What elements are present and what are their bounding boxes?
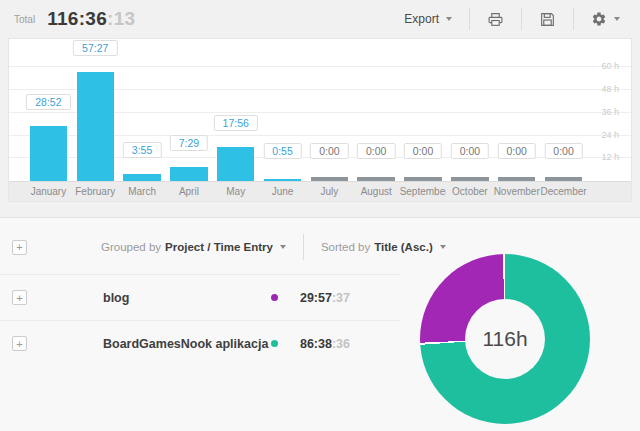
month-label: February <box>72 182 119 201</box>
donut-hole: 116h <box>465 299 545 379</box>
project-title: blog <box>103 291 129 305</box>
bar-value-label: 0:00 <box>310 143 348 159</box>
project-row-blog[interactable]: + blog 29:57:37 <box>0 274 400 320</box>
sorted-by-value: Title (Asc.) <box>374 241 433 253</box>
bar-value-label: 0:00 <box>497 143 535 159</box>
bar-slot: 57:27 <box>72 39 119 181</box>
caret-down-icon <box>280 245 286 249</box>
bar-october[interactable] <box>451 177 488 181</box>
bar-november[interactable] <box>498 177 535 181</box>
project-time: 86:38:36 <box>292 337 350 351</box>
bar-value-label: 0:00 <box>357 143 395 159</box>
bar-value-label: 0:00 <box>451 143 489 159</box>
grouped-by-value: Project / Time Entry <box>165 241 273 253</box>
printer-icon <box>487 11 504 28</box>
bar-value-label: 28:52 <box>26 94 70 110</box>
month-label: August <box>353 182 400 201</box>
month-label: March <box>119 182 166 201</box>
caret-down-icon <box>446 17 452 21</box>
month-axis: JanuaryFebruaryMarchAprilMayJuneJulyAugu… <box>9 181 631 201</box>
y-axis-tick: 12 h <box>601 152 619 162</box>
bar-slot: 7:29 <box>165 39 212 181</box>
month-label: November <box>493 182 540 201</box>
bar-september[interactable] <box>404 177 441 181</box>
bar-february[interactable] <box>77 72 114 181</box>
caret-down-icon <box>614 17 620 21</box>
floppy-disk-icon <box>539 11 556 28</box>
project-color-dot <box>271 294 278 301</box>
controls-bar: + Grouped by Project / Time Entry Sorted… <box>0 218 640 260</box>
print-button[interactable] <box>481 7 510 32</box>
settings-button[interactable] <box>585 7 626 31</box>
project-title: BoardGamesNook aplikacja <box>103 337 268 351</box>
y-axis-tick: 48 h <box>601 84 619 94</box>
bar-march[interactable] <box>123 174 160 181</box>
export-button[interactable]: Export <box>398 8 458 30</box>
bar-value-label: 0:00 <box>544 143 582 159</box>
grouped-by-label: Grouped by <box>101 241 161 253</box>
month-label: April <box>165 182 212 201</box>
bar-august[interactable] <box>357 177 394 181</box>
total-time: 116:36:13 <box>47 8 135 30</box>
month-label: June <box>259 182 306 201</box>
bar-chart-plot: 12 h24 h36 h48 h60 h28:5257:273:557:2917… <box>9 39 631 181</box>
caret-down-icon <box>440 245 446 249</box>
bar-december[interactable] <box>545 177 582 181</box>
divider <box>573 8 574 30</box>
bar-slot: 0:55 <box>259 39 306 181</box>
expand-row-button[interactable]: + <box>12 290 27 305</box>
toolbar-actions: Export <box>398 7 626 32</box>
bar-value-label: 7:29 <box>170 135 208 151</box>
month-label: January <box>25 182 72 201</box>
bar-chart-panel: 12 h24 h36 h48 h60 h28:5257:273:557:2917… <box>8 38 632 202</box>
divider <box>469 8 470 30</box>
donut-chart[interactable]: 116h <box>420 254 590 424</box>
sorted-by-label: Sorted by <box>321 241 370 253</box>
toolbar: Total 116:36:13 Export <box>0 0 640 38</box>
project-time: 29:57:37 <box>292 291 350 305</box>
bar-slot: 0:00 <box>400 39 447 181</box>
month-label: July <box>306 182 353 201</box>
export-button-label: Export <box>404 12 439 26</box>
y-axis-tick: 60 h <box>601 61 619 71</box>
bar-january[interactable] <box>30 126 67 181</box>
project-row-boardgamesnook[interactable]: + BoardGamesNook aplikacja 86:38:36 <box>0 320 400 366</box>
divider <box>521 8 522 30</box>
expand-row-button[interactable]: + <box>12 336 27 351</box>
divider <box>303 234 304 260</box>
donut-center-label: 116h <box>482 327 527 351</box>
sorted-by-dropdown[interactable]: Sorted by Title (Asc.) <box>321 241 446 253</box>
bar-value-label: 17:56 <box>214 115 258 131</box>
save-button[interactable] <box>533 7 562 32</box>
bar-slot: 0:00 <box>353 39 400 181</box>
bar-may[interactable] <box>217 147 254 181</box>
project-color-dot <box>271 340 278 347</box>
bar-june[interactable] <box>264 179 301 181</box>
total-time-seconds: :13 <box>107 8 135 29</box>
grouped-by-dropdown[interactable]: Grouped by Project / Time Entry <box>101 241 286 253</box>
bar-value-label: 0:00 <box>404 143 442 159</box>
bar-slot: 28:52 <box>25 39 72 181</box>
expand-all-button[interactable]: + <box>12 240 27 255</box>
bar-value-label: 0:55 <box>263 143 301 159</box>
project-list: + blog 29:57:37 + BoardGamesNook aplikac… <box>0 274 400 366</box>
bar-july[interactable] <box>311 177 348 181</box>
bar-value-label: 3:55 <box>123 142 161 158</box>
bar-value-label: 57:27 <box>73 40 117 56</box>
month-label: December <box>540 182 587 201</box>
bar-slot: 3:55 <box>119 39 166 181</box>
bar-slot: 0:00 <box>306 39 353 181</box>
bar-slot: 17:56 <box>212 39 259 181</box>
report-details-section: + Grouped by Project / Time Entry Sorted… <box>0 217 640 431</box>
total-label: Total <box>14 14 35 25</box>
bar-slot: 0:00 <box>493 39 540 181</box>
y-axis-tick: 24 h <box>601 130 619 140</box>
bar-slot: 0:00 <box>446 39 493 181</box>
gear-icon <box>591 11 607 27</box>
month-label: October <box>446 182 493 201</box>
month-label: September <box>400 182 447 201</box>
bar-slot: 0:00 <box>540 39 587 181</box>
bar-april[interactable] <box>170 167 207 181</box>
month-label: May <box>212 182 259 201</box>
bars-container: 28:5257:273:557:2917:560:550:000:000:000… <box>25 39 587 181</box>
